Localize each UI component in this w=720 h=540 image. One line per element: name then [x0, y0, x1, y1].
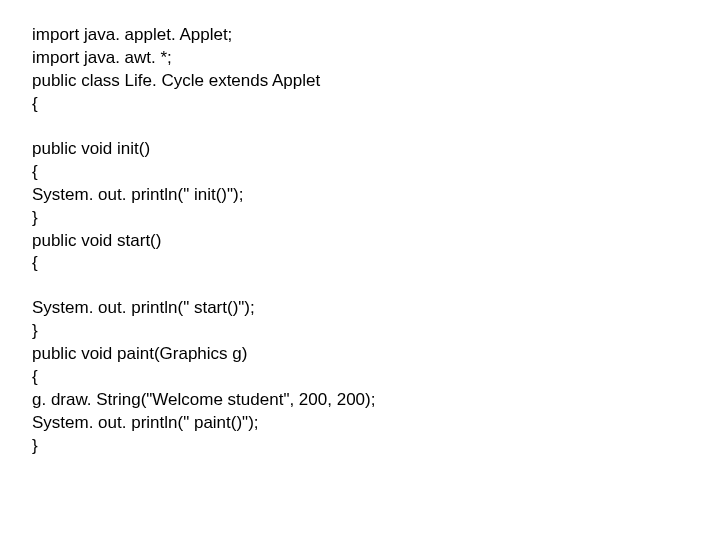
code-line: {	[32, 93, 720, 116]
code-line: g. draw. String("Welcome student", 200, …	[32, 389, 720, 412]
code-line: {	[32, 366, 720, 389]
code-line: {	[32, 252, 720, 275]
code-line: }	[32, 207, 720, 230]
code-line: import java. applet. Applet;	[32, 24, 720, 47]
blank-line	[32, 275, 720, 297]
blank-line	[32, 116, 720, 138]
code-line: import java. awt. *;	[32, 47, 720, 70]
code-line: public class Life. Cycle extends Applet	[32, 70, 720, 93]
code-line: }	[32, 435, 720, 458]
code-line: public void init()	[32, 138, 720, 161]
code-line: }	[32, 320, 720, 343]
code-block: import java. applet. Applet; import java…	[0, 0, 720, 458]
code-line: System. out. println(" start()");	[32, 297, 720, 320]
code-line: public void paint(Graphics g)	[32, 343, 720, 366]
code-line: public void start()	[32, 230, 720, 253]
code-line: System. out. println(" paint()");	[32, 412, 720, 435]
code-line: System. out. println(" init()");	[32, 184, 720, 207]
code-line: {	[32, 161, 720, 184]
